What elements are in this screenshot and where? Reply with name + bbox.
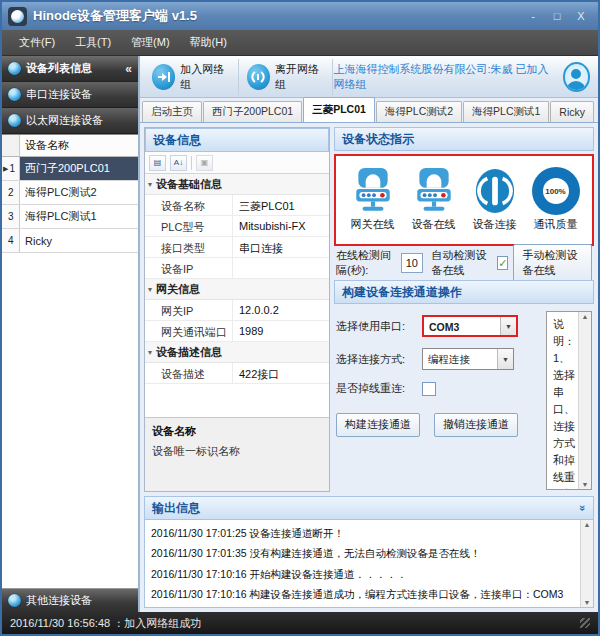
auto-detect-label: 自动检测设备在线 (432, 248, 493, 278)
minimize-button[interactable]: - (526, 10, 540, 22)
description-text: 设备唯一标识名称 (152, 444, 322, 459)
cancel-channel-button[interactable]: 撤销连接通道 (434, 413, 518, 437)
group-description-info[interactable]: ▾ 设备描述信息 (145, 342, 329, 363)
reconnect-label: 是否掉线重连: (336, 381, 418, 396)
device-online-icon (414, 168, 454, 214)
serial-port-select[interactable]: COM3 ▼ (422, 315, 518, 337)
close-button[interactable]: X (574, 10, 588, 22)
group-gateway-info[interactable]: ▾ 网关信息 (145, 279, 329, 300)
title-bar: Hinode设备管理客户端 v1.5 - □ X (2, 2, 598, 30)
status-indicator-box: 网关在线 (334, 154, 594, 246)
scroll-down-icon[interactable]: ▼ (582, 481, 589, 488)
device-info-header: 设备信息 (145, 128, 329, 152)
menu-manage[interactable]: 管理(M) (122, 31, 179, 54)
channel-panel-header: 构建设备连接通道操作 (334, 280, 594, 304)
categorized-view-icon[interactable]: ▤ (149, 155, 166, 171)
join-network-icon (152, 64, 175, 90)
prop-device-name[interactable]: 设备名称 三菱PLC01 (145, 195, 329, 216)
collapse-sidebar-icon[interactable]: « (125, 62, 132, 76)
notes-item-1: 1、选择串口、连接方式和掉线重连操作选项只对串口连接设备有效！ (553, 350, 575, 489)
output-log-list: 2016/11/30 17:01:25 设备连接通道断开！ 2016/11/30… (145, 520, 580, 607)
prop-device-description[interactable]: 设备描述 422接口 (145, 363, 329, 384)
connect-mode-label: 选择连接方式: (336, 352, 418, 367)
ethernet-group-label: 以太网连接设备 (26, 113, 103, 128)
maximize-button[interactable]: □ (550, 10, 564, 22)
main-toolbar: 加入网络组 离开网络组 上海海得控制系统股份有限公司:朱威 已加入网络组 (140, 56, 598, 98)
reconnect-checkbox[interactable] (422, 382, 436, 396)
other-group-label: 其他连接设备 (26, 593, 92, 608)
sidebar-group-serial[interactable]: 串口连接设备 (2, 82, 138, 108)
status-bar: 2016/11/30 16:56:48 ：加入网络组成功 (2, 612, 598, 634)
serial-group-icon (8, 88, 21, 101)
scroll-up-icon[interactable]: ▲ (584, 521, 591, 528)
app-window: Hinode设备管理客户端 v1.5 - □ X 文件(F) 工具(T) 管理(… (0, 0, 600, 636)
gateway-online-indicator: 网关在线 (343, 168, 403, 232)
gateway-online-icon (353, 168, 393, 214)
leave-network-button[interactable]: 离开网络组 (239, 59, 334, 95)
collapse-output-icon[interactable]: » (577, 505, 589, 511)
prop-gateway-port[interactable]: 网关通讯端口 1989 (145, 321, 329, 342)
az-sort-icon[interactable]: A↓ (170, 155, 187, 171)
interval-label: 在线检测间隔(秒): (336, 248, 396, 278)
menu-help[interactable]: 帮助(H) (181, 31, 236, 54)
table-row[interactable]: ▶1 西门子200PLC01 (2, 157, 138, 181)
tab-haide-plc-test2[interactable]: 海得PLC测试2 (376, 101, 462, 122)
menu-tools[interactable]: 工具(T) (66, 31, 120, 54)
comm-quality-icon: 100% (533, 168, 579, 214)
prop-device-ip[interactable]: 设备IP (145, 258, 329, 279)
tab-home[interactable]: 启动主页 (142, 101, 202, 122)
tab-haide-plc-test1[interactable]: 海得PLC测试1 (463, 101, 549, 122)
device-name-column-header: 设备名称 (20, 135, 138, 156)
instructions-box: 说明： 1、选择串口、连接方式和掉线重连操作选项只对串口连接设备有效！ 2、网口… (546, 311, 592, 490)
chevron-down-icon[interactable]: ▼ (500, 317, 516, 335)
expander-icon[interactable]: ▾ (148, 348, 152, 357)
prop-plc-model[interactable]: PLC型号 Mitsubishi-FX (145, 216, 329, 237)
log-line: 2016/11/30 17:01:35 没有构建连接通道，无法自动检测设备是否在… (151, 543, 574, 563)
log-line: 2016/11/30 17:01:25 设备连接通道断开！ (151, 523, 574, 543)
sidebar-group-other[interactable]: 其他连接设备 (2, 588, 138, 612)
tab-ricky[interactable]: Ricky (550, 101, 594, 122)
tab-mitsubishi-plc01[interactable]: 三菱PLC01 (303, 97, 375, 122)
sidebar-group-ethernet[interactable]: 以太网连接设备 (2, 108, 138, 134)
scroll-down-icon[interactable]: ▼ (584, 599, 591, 606)
scroll-up-icon[interactable]: ▲ (582, 313, 589, 320)
log-line: 2016/11/30 17:10:16 开始构建设备连接通道．．．．． (151, 564, 574, 584)
comm-quality-indicator: 100% 通讯质量 (526, 168, 586, 232)
table-row[interactable]: 4 Ricky (2, 229, 138, 253)
chevron-down-icon[interactable]: ▼ (497, 349, 513, 369)
device-connect-indicator: 设备连接 (465, 168, 525, 232)
menu-bar: 文件(F) 工具(T) 管理(M) 帮助(H) (2, 30, 598, 56)
user-avatar-icon[interactable] (563, 62, 590, 92)
build-channel-button[interactable]: 构建连接通道 (336, 413, 420, 437)
notes-title: 说明： (553, 316, 575, 350)
table-row[interactable]: 2 海得PLC测试2 (2, 181, 138, 205)
row-selector-icon: ▶ (3, 165, 8, 173)
status-bar-text: 2016/11/30 16:56:48 ：加入网络组成功 (10, 616, 201, 631)
auto-detect-checkbox[interactable]: ✓ (497, 256, 508, 270)
tab-siemens200plc01[interactable]: 西门子200PLC01 (203, 101, 302, 122)
device-list-sidebar: 设备列表信息 « 串口连接设备 以太网连接设备 设备名称 ▶1 西门子200 (2, 56, 140, 612)
join-network-button[interactable]: 加入网络组 (144, 59, 239, 95)
prop-gateway-ip[interactable]: 网关IP 12.0.0.2 (145, 300, 329, 321)
resize-grip[interactable] (580, 618, 590, 628)
prop-interface-type[interactable]: 接口类型 串口连接 (145, 237, 329, 258)
interval-input[interactable]: 10 (401, 253, 422, 273)
connect-mode-select[interactable]: 编程连接 ▼ (422, 348, 514, 370)
notes-scrollbar[interactable]: ▲ ▼ (578, 312, 591, 489)
device-table-header: 设备名称 (2, 135, 138, 157)
manual-detect-button[interactable]: 手动检测设备在线 (513, 244, 592, 283)
other-group-icon (8, 594, 21, 607)
group-basic-info[interactable]: ▾ 设备基础信息 (145, 174, 329, 195)
property-pages-icon: ▣ (196, 155, 213, 171)
sidebar-header[interactable]: 设备列表信息 « (2, 56, 138, 82)
table-row[interactable]: 3 海得PLC测试1 (2, 205, 138, 229)
expander-icon[interactable]: ▾ (148, 285, 152, 294)
output-scrollbar[interactable]: ▲ ▼ (580, 520, 593, 607)
user-status-text: 上海海得控制系统股份有限公司:朱威 已加入网络组 (333, 62, 556, 92)
expander-icon[interactable]: ▾ (148, 180, 152, 189)
serial-group-label: 串口连接设备 (26, 87, 92, 102)
property-grid-toolbar: ▤ A↓ ▣ (145, 152, 329, 174)
device-table: 设备名称 ▶1 西门子200PLC01 2 海得PLC测试2 3 海得PLC测试… (2, 134, 138, 588)
menu-file[interactable]: 文件(F) (10, 31, 64, 54)
window-title: Hinode设备管理客户端 v1.5 (33, 7, 526, 25)
